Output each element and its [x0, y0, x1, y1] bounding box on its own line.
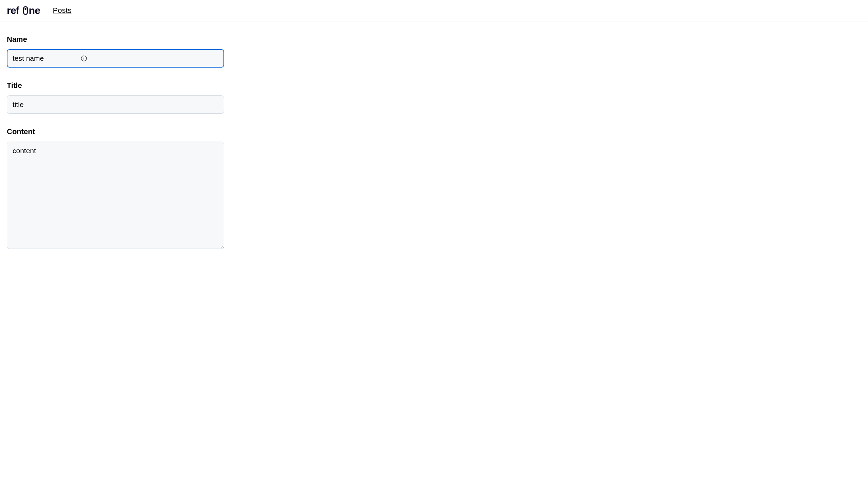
header: ref ne Posts: [0, 0, 868, 21]
svg-text:ne: ne: [29, 4, 40, 16]
title-label: Title: [7, 81, 224, 90]
content-textarea[interactable]: [7, 142, 224, 249]
info-icon: [81, 55, 87, 61]
svg-rect-1: [23, 7, 27, 15]
content-field-group: Content: [7, 127, 224, 250]
content-label: Content: [7, 127, 224, 136]
posts-link[interactable]: Posts: [53, 6, 72, 15]
name-field-group: Name: [7, 35, 224, 68]
name-input[interactable]: [7, 49, 224, 68]
title-field-group: Title: [7, 81, 224, 114]
name-input-wrapper: [7, 49, 224, 68]
svg-text:ref: ref: [7, 4, 20, 16]
refine-logo: ref ne: [7, 4, 49, 17]
form-container: Name Title Content: [0, 21, 231, 277]
title-input[interactable]: [7, 95, 224, 114]
name-label: Name: [7, 35, 224, 44]
svg-point-2: [24, 8, 26, 10]
